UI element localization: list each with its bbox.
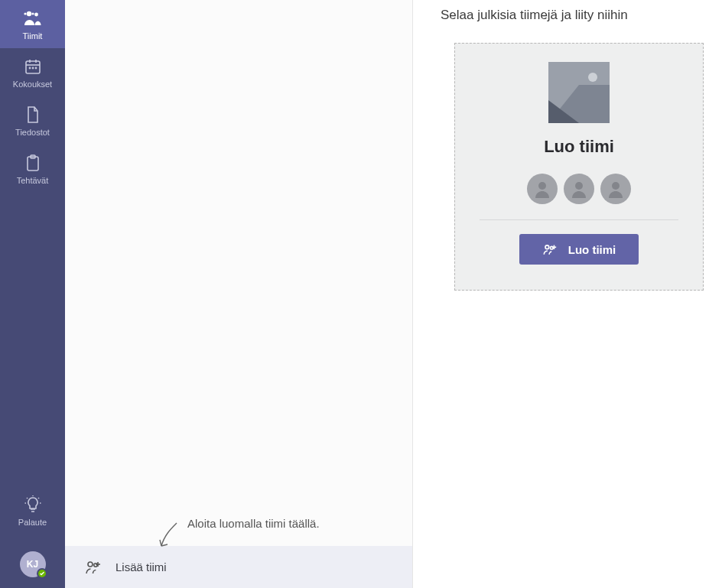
discover-teams-panel: Selaa julkisia tiimejä ja liity niihin L… (412, 0, 709, 588)
rail-item-label: Tiedostot (15, 128, 50, 137)
image-placeholder-icon (548, 62, 610, 123)
svg-line-16 (27, 498, 28, 499)
create-team-button-label: Luo tiimi (568, 243, 616, 256)
hint-arrow-icon (158, 521, 180, 551)
svg-point-8 (29, 67, 30, 68)
lightbulb-icon (23, 495, 43, 514)
add-team-label: Lisää tiimi (115, 560, 167, 573)
avatar-placeholders (527, 174, 631, 204)
team-list-empty-area (65, 0, 412, 500)
rail-item-tasks[interactable]: Tehtävät (0, 145, 65, 193)
svg-point-25 (545, 245, 549, 249)
add-group-icon (542, 242, 558, 257)
app-rail: Tiimit Kokoukset Tiedostot (0, 0, 65, 588)
divider (480, 219, 678, 220)
svg-point-10 (35, 67, 36, 68)
empty-state-hint: Aloita luomalla tiimi täällä. (65, 500, 412, 546)
tasks-icon (23, 154, 43, 172)
teams-icon (23, 9, 43, 28)
svg-point-22 (538, 182, 546, 190)
svg-line-17 (38, 498, 39, 499)
rail-item-feedback[interactable]: Palaute (0, 486, 65, 534)
person-silhouette-icon (527, 174, 558, 204)
hint-text: Aloita luomalla tiimi täällä. (187, 517, 320, 530)
svg-point-1 (34, 13, 38, 17)
presence-available-icon (37, 568, 47, 579)
rail-item-label: Tiimit (23, 31, 43, 41)
svg-point-2 (24, 12, 26, 15)
svg-point-0 (26, 11, 31, 16)
svg-point-18 (88, 562, 93, 567)
rail-top: Tiimit Kokoukset Tiedostot (0, 0, 65, 193)
svg-point-24 (612, 182, 620, 190)
add-team-button[interactable]: Lisää tiimi (65, 546, 412, 588)
rail-item-label: Palaute (18, 518, 47, 527)
user-initials: KJ (27, 559, 38, 570)
add-group-icon (85, 559, 102, 576)
rail-item-teams[interactable]: Tiimit (0, 0, 65, 48)
user-avatar[interactable]: KJ (20, 551, 46, 577)
rail-bottom: Palaute KJ (0, 486, 65, 588)
create-team-button[interactable]: Luo tiimi (519, 234, 639, 265)
svg-point-23 (575, 182, 583, 190)
calendar-icon (23, 57, 43, 76)
rail-item-files[interactable]: Tiedostot (0, 96, 65, 145)
rail-item-label: Kokoukset (13, 80, 52, 89)
svg-point-9 (32, 67, 33, 68)
discover-heading: Selaa julkisia tiimejä ja liity niihin (413, 0, 709, 43)
files-icon (23, 106, 43, 124)
team-list-column: Aloita luomalla tiimi täällä. Lisää tiim… (65, 0, 412, 588)
svg-point-3 (31, 12, 34, 15)
rail-item-label: Tehtävät (17, 176, 49, 185)
rail-item-meetings[interactable]: Kokoukset (0, 48, 65, 96)
create-team-tile: Luo tiimi Luo tiimi (454, 43, 704, 291)
person-silhouette-icon (564, 174, 594, 204)
person-silhouette-icon (600, 174, 631, 204)
tile-title: Luo tiimi (544, 137, 614, 157)
